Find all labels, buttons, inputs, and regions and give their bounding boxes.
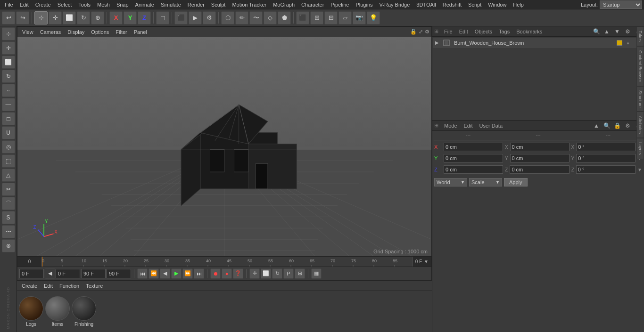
- tool-edges[interactable]: —: [2, 98, 15, 111]
- object-list[interactable]: ▶ Burnt_Wooden_House_Brown ● ●: [432, 37, 644, 120]
- z-axis-button[interactable]: Z: [138, 11, 151, 24]
- viewport-display-menu[interactable]: Display: [65, 28, 87, 36]
- material-swatch-1[interactable]: Items: [45, 296, 70, 327]
- menu-create[interactable]: Create: [33, 1, 54, 8]
- material-swatch-0[interactable]: Logs: [19, 296, 43, 327]
- obj-tags-menu[interactable]: Tags: [496, 28, 512, 35]
- obj-edit-menu[interactable]: Edit: [456, 28, 471, 35]
- record-btn[interactable]: ⏺: [210, 268, 221, 279]
- viewport-expand-icon[interactable]: ⤢: [419, 29, 423, 35]
- attr-z-scale-field[interactable]: 0 cm: [510, 165, 569, 174]
- attr-z-pos-field[interactable]: 0 cm: [444, 165, 503, 174]
- pen-button[interactable]: ✏: [235, 11, 248, 24]
- end-frame2-field[interactable]: 90 F: [107, 269, 131, 278]
- attr-y-scale-field[interactable]: 0 cm: [510, 154, 570, 162]
- viewport-canvas[interactable]: Perspective: [17, 37, 431, 256]
- attr-search-icon[interactable]: 🔍: [603, 121, 611, 130]
- tool-rect-select[interactable]: ⬚: [2, 154, 15, 168]
- render-button[interactable]: ▶: [189, 11, 202, 24]
- light-button[interactable]: 💡: [367, 11, 380, 24]
- tool-spline[interactable]: S: [2, 211, 15, 224]
- menu-mograph[interactable]: MoGraph: [270, 1, 297, 8]
- obj-bookmarks-menu[interactable]: Bookmarks: [513, 28, 545, 35]
- tab-structure[interactable]: Structure: [636, 86, 644, 112]
- menu-plugins[interactable]: Plugins: [353, 1, 375, 8]
- tool-path-select[interactable]: △: [2, 169, 15, 182]
- obj-arrow-down-icon[interactable]: ▼: [613, 27, 621, 36]
- scale-mode-button[interactable]: ⬜: [63, 11, 76, 24]
- obj-objects-menu[interactable]: Objects: [472, 28, 495, 35]
- step-fwd-btn[interactable]: ⏩: [182, 268, 193, 279]
- mat-function-menu[interactable]: Function: [57, 282, 82, 290]
- tool-live-select[interactable]: ◎: [2, 140, 15, 154]
- world-dropdown[interactable]: World ▼: [434, 178, 467, 186]
- attr-x-scale-field[interactable]: 0 cm: [510, 143, 570, 151]
- attr-lock-icon[interactable]: 🔒: [613, 121, 621, 130]
- viewport-lock-icon[interactable]: 🔓: [410, 29, 417, 35]
- camera-button[interactable]: 📷: [353, 11, 366, 24]
- attr-z-stepper[interactable]: ▼: [637, 167, 642, 172]
- deformer-button[interactable]: ◇: [264, 11, 277, 24]
- attr-y-pos-field[interactable]: 0 cm: [444, 154, 503, 162]
- menu-select[interactable]: Select: [55, 1, 75, 8]
- timeline[interactable]: 0: [17, 256, 431, 267]
- select-mode-button[interactable]: ⊹: [34, 11, 48, 24]
- render-region-button[interactable]: ⬛: [174, 11, 188, 24]
- go-start-btn[interactable]: ⏮: [137, 268, 148, 279]
- field-button[interactable]: ▱: [339, 11, 352, 24]
- tab-content-browser[interactable]: Content Browser: [636, 46, 644, 86]
- tool-rotate[interactable]: ↻: [2, 70, 15, 83]
- tool-scale[interactable]: ⬜: [2, 56, 15, 69]
- go-end-btn[interactable]: ⏭: [194, 268, 204, 279]
- key-settings-btn[interactable]: ❓: [233, 268, 243, 279]
- play-btn[interactable]: ▶: [171, 268, 182, 279]
- x-axis-button[interactable]: X: [109, 11, 123, 24]
- step-back-btn[interactable]: ⏪: [149, 268, 159, 279]
- path-btn[interactable]: P: [283, 268, 294, 279]
- tool-magnet[interactable]: ⊗: [2, 239, 15, 252]
- menu-file[interactable]: File: [2, 1, 16, 8]
- tab-layers[interactable]: Layers: [636, 138, 644, 159]
- tab-attributes[interactable]: Attributes: [636, 112, 644, 138]
- subdivision-button[interactable]: ⊞: [310, 11, 323, 24]
- attr-mode-menu[interactable]: Mode: [441, 122, 460, 130]
- mat-edit-menu[interactable]: Edit: [41, 282, 56, 290]
- viewport-view-menu[interactable]: View: [19, 28, 36, 36]
- menu-simulate[interactable]: Simulate: [158, 1, 184, 8]
- viewport-panel-menu[interactable]: Panel: [131, 28, 150, 36]
- undo-button[interactable]: ↩: [2, 11, 15, 24]
- layout-dropdown[interactable]: Startup: [600, 0, 642, 9]
- tool-move[interactable]: ✛: [2, 41, 15, 55]
- attr-userdata-menu[interactable]: User Data: [477, 122, 506, 130]
- obj-settings-icon[interactable]: ⚙: [623, 27, 632, 36]
- scale-dropdown[interactable]: Scale ▼: [469, 178, 502, 186]
- obj-search-icon[interactable]: 🔍: [592, 27, 601, 36]
- timeline-end-arrow[interactable]: ▼: [424, 259, 429, 264]
- material-swatch-2[interactable]: Finishing: [72, 296, 96, 327]
- timeline-ruler[interactable]: 0 5 10 15 20 25 30 35 40 45 50 55: [42, 257, 412, 267]
- visibility-icon[interactable]: ●: [624, 39, 632, 47]
- mat-create-menu[interactable]: Create: [19, 282, 40, 290]
- apply-button[interactable]: Apply: [504, 178, 528, 186]
- current-frame-field[interactable]: 0 F: [56, 269, 80, 278]
- viewport-filter-menu[interactable]: Filter: [113, 28, 130, 36]
- play-back-btn[interactable]: ◀: [160, 268, 170, 279]
- tool-knife[interactable]: ✂: [2, 183, 15, 196]
- tool-uvw[interactable]: U: [2, 126, 15, 139]
- attr-x-pos-field[interactable]: 0 cm: [444, 143, 503, 151]
- menu-snap[interactable]: Snap: [114, 1, 132, 8]
- tool-smooth[interactable]: 〜: [2, 225, 15, 238]
- array-button[interactable]: ⊟: [324, 11, 338, 24]
- loop-btn[interactable]: ↻: [272, 268, 282, 279]
- tool-select[interactable]: ⊹: [2, 27, 15, 40]
- menu-render[interactable]: Render: [185, 1, 207, 8]
- prev-frame-btn[interactable]: ◀: [45, 268, 55, 279]
- redo-button[interactable]: ↪: [16, 11, 29, 24]
- menu-tools[interactable]: Tools: [75, 1, 93, 8]
- attr-x-rot-field[interactable]: 0 °: [576, 143, 636, 151]
- menu-animate[interactable]: Animate: [132, 1, 157, 8]
- cube-button[interactable]: ⬛: [296, 11, 309, 24]
- object-color-swatch[interactable]: [617, 40, 622, 46]
- render-settings-button[interactable]: ⚙: [203, 11, 216, 24]
- menu-sculpt[interactable]: Sculpt: [208, 1, 229, 8]
